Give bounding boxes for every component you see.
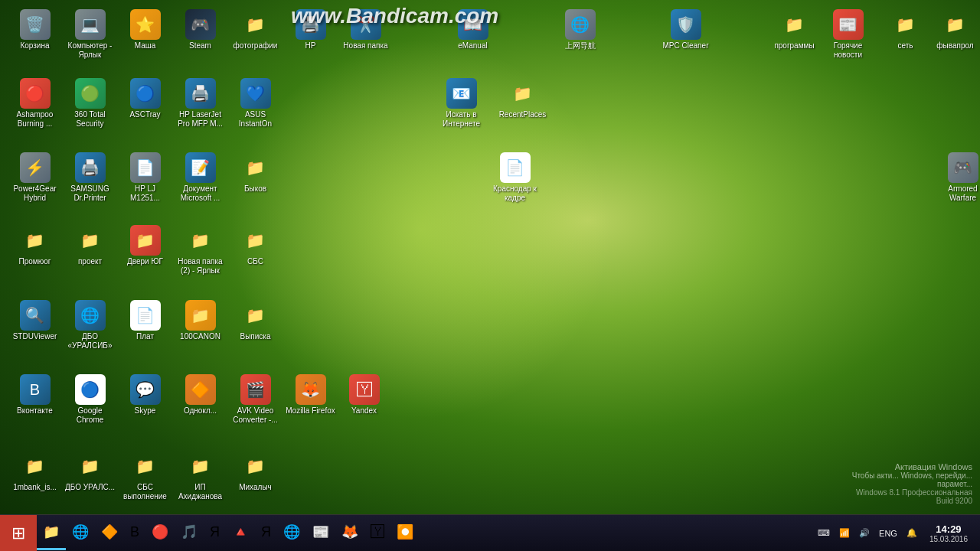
notification-icon[interactable]: 🔔 [903,527,920,540]
desktop-icon-masha[interactable]: ⭐Маша [116,6,174,54]
photos-icon-img: 📁 [240,9,271,40]
desktop-icon-asctray[interactable]: 🔵ASCTray [116,75,174,122]
hp-li-icon-img: 📄 [130,152,161,183]
desktop-icon-proekt[interactable]: 📁проект [61,222,119,269]
promyog-icon-img: 📁 [20,225,51,256]
desktop-icon-dbo-ural[interactable]: 📁ДБО УРАЛС... [61,448,119,495]
taskbar-app-vk-tb[interactable]: В [124,517,145,550]
odnoklasniki-label: Однокл... [184,406,217,416]
krasnodar-icon-img: 📄 [500,152,531,183]
desktop-icon-sbs[interactable]: 📁СБС [227,222,284,269]
internet-cn-label: 上网导航 [565,41,596,51]
armored-label: Armored Warfare [937,184,980,203]
taskbar-app-opera-tb[interactable]: 🔴 [145,517,175,550]
desktop-icon-mpc-cleaner[interactable]: 🛡️MPC Cleaner [657,6,714,54]
desktop-icon-set[interactable]: 📁сеть [877,6,934,54]
desktop-icon-samsung[interactable]: 🖨️SAMSUNG Dr.Printer [61,149,119,206]
desktop-icon-hp[interactable]: 🖨️HP [282,6,339,54]
korzina-label: Корзина [20,41,49,51]
1mbank-label: 1mbank_is... [13,483,57,492]
taskbar-app-music-tb[interactable]: 🎵 [175,517,204,550]
desktop-icon-mikhalych[interactable]: 📁Михалыч [227,448,284,495]
taskbar-app-record-tb[interactable]: ⏺️ [390,517,420,550]
taskbar-app-chrome-tb[interactable]: 🌐 [277,517,306,550]
asus-label: ASUS InstantOn [230,110,281,129]
internet-cn-icon-img: 🌐 [565,9,596,40]
taskbar-app-yandex3-tb[interactable]: 🅈 [364,517,390,550]
desktop-icon-skype[interactable]: 💬Skype [116,371,174,419]
desktop-icon-dbo[interactable]: 🌐ДБО «УРАЛСИБ» [61,297,119,354]
programy-label: программы [774,41,814,51]
desktop-icon-asus[interactable]: 💙ASUS InstantOn [227,75,284,132]
desktop-icon-ashampoo[interactable]: 🔴Ashampoo Burning ... [6,75,64,132]
desktop-icon-promyog[interactable]: 📁Промюог [6,222,64,269]
sbs-icon-img: 📁 [240,225,271,256]
desktop-icon-dokument[interactable]: 📝Документ Microsoft ... [172,149,229,206]
desktop-icon-hp-li[interactable]: 📄HP LJ M1251... [116,149,174,206]
desktop-icon-stdu[interactable]: 🔍STDUViewer [6,297,64,344]
keyboard-layout[interactable]: ENG [876,527,900,540]
avk-label: AVK Video Converter -... [230,406,281,425]
ip-akhij-label: ИП Ахиджанова [175,483,226,501]
desktop-icon-fyvaaprol[interactable]: 📁фывапрол [926,6,980,54]
ashampoo-label: Ashampoo Burning ... [9,110,60,129]
desktop-icon-krasnodar[interactable]: 📄Краснодар к кадре [486,149,544,206]
dbo-ural-icon-img: 📁 [75,451,106,481]
desktop-icon-computer[interactable]: 💻Компьютер - Ярлык [61,6,119,63]
volume-icon[interactable]: 🔊 [856,527,873,540]
desktop-icon-emanual[interactable]: 📖eManual [444,6,501,54]
taskbar-app-yandex2-tb[interactable]: Я [255,517,277,550]
desktop-icon-ip-akhij[interactable]: 📁ИП Ахиджанова [172,448,229,504]
start-button[interactable]: ⊞ [0,515,37,552]
desktop-icon-goryachie[interactable]: 📰Горячие новости [819,6,877,63]
taskbar-app-file-manager[interactable]: 📁 [37,517,66,550]
desktop-icon-vypiska[interactable]: 📁Выписка [227,297,284,344]
desktop-icon-recentplaces[interactable]: 📁RecentPlaces [494,75,551,122]
set-label: сеть [897,41,913,51]
desktop-icon-steam[interactable]: 🎮Steam [172,6,229,54]
desktop-icon-sbs-vyp[interactable]: 📁СБС выполнение [116,448,174,504]
desktop-icon-korzina[interactable]: 🗑️Корзина [6,6,64,54]
desktop-icon-chrome[interactable]: 🔵Google Chrome [61,371,119,428]
sbs-vyp-label: СБС выполнение [119,483,171,501]
desktop-icon-firefox[interactable]: 🦊Mozilla Firefox [282,371,339,419]
desktop-icon-armored[interactable]: 🎮Armored Warfare [934,149,980,206]
desktop-icon-odnoklasniki[interactable]: 🔶Однокл... [172,371,229,419]
desktop-icon-avk[interactable]: 🎬AVK Video Converter -... [227,371,284,428]
360total-label: 360 Total Security [64,110,116,129]
chrome-label: Google Chrome [64,406,116,425]
masha-label: Маша [135,41,156,51]
taskbar-app-news-tb[interactable]: 📰 [306,517,335,550]
clock-area[interactable]: 14:29 15.03.2016 [923,523,974,543]
taskbar-apps: 📁🌐🔶В🔴🎵Я🔺Я🌐📰🦊🅈⏺️ [37,517,420,550]
taskbar-app-odnoklasniki-tb[interactable]: 🔶 [95,517,124,550]
taskbar-app-arch-tb[interactable]: 🔺 [226,517,255,550]
mpc-cleaner-icon-img: 🛡️ [671,9,701,40]
desktop-icon-novaya2[interactable]: 📁Новая папка (2) - Ярлык [172,222,229,279]
desktop-icon-power4gear[interactable]: ⚡Power4Gear Hybrid [6,149,64,206]
taskbar-app-firefox-tb[interactable]: 🦊 [335,517,364,550]
desktop-icon-hp-laserjet[interactable]: 🖨️HP LaserJet Pro MFP M... [172,75,229,132]
desktop-icon-canon100[interactable]: 📁100CANON [172,297,229,344]
taskbar-app-ie[interactable]: 🌐 [66,517,95,550]
desktop-icon-internet-cn[interactable]: 🌐上网导航 [551,6,609,54]
plat-label: Плат [136,332,154,341]
desktop-icon-dveri[interactable]: 📁Двери ЮГ [116,222,174,269]
goryachie-label: Горячие новости [822,41,874,60]
mikhalych-label: Михалыч [239,483,272,492]
desktop-icon-vkontakte[interactable]: ВВконтакте [6,371,64,419]
desktop-icon-novaya[interactable]: ✂️Новая папка [337,6,394,54]
network-icon[interactable]: 📶 [836,527,853,540]
desktop-icon-360total[interactable]: 🟢360 Total Security [61,75,119,132]
iskati-icon-img: 📧 [446,78,477,109]
taskbar-app-yandex-tb[interactable]: Я [204,517,226,550]
desktop-icon-plat[interactable]: 📄Плат [116,297,174,344]
tablet-icon[interactable]: ⌨ [815,527,833,540]
yandex-icon-img: 🅈 [349,374,380,405]
desktop-icon-photos[interactable]: 📁фотографии [227,6,284,54]
desktop-icon-1mbank[interactable]: 📁1mbank_is... [6,448,64,495]
desktop-icon-yandex[interactable]: 🅈Yandex [335,371,393,419]
desktop-icon-iskati[interactable]: 📧Искать в Интернете [433,75,490,132]
desktop-icon-bykov[interactable]: 📁Быков [227,149,284,197]
desktop-icon-programy[interactable]: 📁программы [766,6,823,54]
